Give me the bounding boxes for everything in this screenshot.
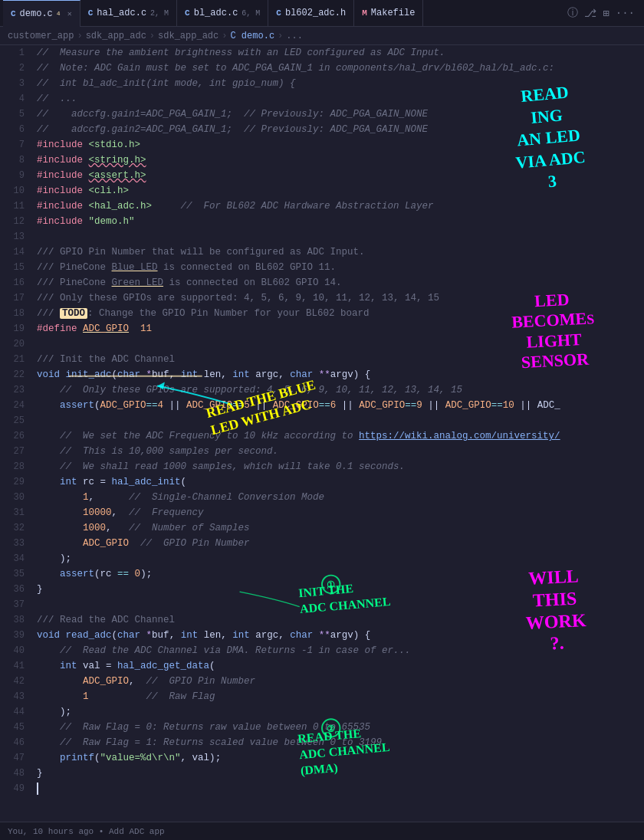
line-numbers: 123 456 789 101112 131415 161718 192021 … xyxy=(0,45,31,822)
code-editor: 123 456 789 101112 131415 161718 192021 … xyxy=(0,45,644,822)
more-icon[interactable]: ··· xyxy=(616,7,635,19)
code-line: /// Only these GPIOs are supported: 4, 5… xyxy=(31,290,644,306)
code-line: int val = hal_adc_get_data( xyxy=(31,658,644,674)
tab-bl-adc-c[interactable]: C bl_adc.c 6, M xyxy=(177,0,268,27)
code-content[interactable]: // Measure the ambient brightness with a… xyxy=(31,45,644,822)
code-line: void init_adc(char *buf, int len, int ar… xyxy=(31,367,644,382)
code-line: /// TODO: Change the GPIO Pin Number for… xyxy=(31,306,644,321)
code-line: // Raw Flag = 1: Returns scaled value be… xyxy=(31,735,644,750)
status-text: You, 10 hours ago • Add ADC app xyxy=(8,827,165,836)
code-line: #include <string.h> xyxy=(31,153,644,168)
close-icon[interactable]: ✕ xyxy=(67,9,72,18)
code-line: /// Init the ADC Channel xyxy=(31,352,644,367)
code-line: assert(rc == 0); xyxy=(31,566,644,582)
tab-label: demo.c xyxy=(20,8,53,19)
tab-makefile[interactable]: M Makefile xyxy=(354,0,423,27)
code-line xyxy=(31,229,644,244)
code-line: #include <assert.h> xyxy=(31,168,644,183)
code-line: } xyxy=(31,766,644,781)
tab-modified: 2, M xyxy=(150,9,169,18)
c-icon: C xyxy=(88,8,94,18)
tab-label: Makefile xyxy=(371,8,416,18)
code-line xyxy=(31,781,644,796)
code-line: #define ADC_GPIO 11 xyxy=(31,321,644,336)
code-line: #include <cli.h> xyxy=(31,183,644,199)
breadcrumb-part: sdk_app_adc xyxy=(158,31,219,41)
tab-bl602-adc-h[interactable]: C bl602_adc.h xyxy=(268,0,354,27)
code-line: void read_adc(char *buf, int len, int ar… xyxy=(31,628,644,643)
breadcrumb-part: ... xyxy=(286,31,303,41)
breadcrumb-part: sdk_app_adc xyxy=(86,31,146,41)
code-line: // ... xyxy=(31,91,644,107)
breadcrumb-sep: › xyxy=(222,31,227,41)
breadcrumb-sep: › xyxy=(77,31,82,41)
code-line: // We shall read 1000 samples, which wil… xyxy=(31,459,644,474)
code-line: ADC_GPIO // GPIO Pin Number xyxy=(31,536,644,551)
code-line: 10000, // Frequency xyxy=(31,505,644,520)
tab-label: hal_adc.c xyxy=(97,8,146,18)
breadcrumb-part: customer_app xyxy=(8,31,74,41)
toolbar-icons: ⓘ ⎇ ⊞ ··· xyxy=(567,6,641,20)
code-line: 1 // Raw Flag xyxy=(31,689,644,704)
code-line: 1, // Single-Channel Conversion Mode xyxy=(31,490,644,505)
code-line xyxy=(31,413,644,428)
tab-label: bl602_adc.h xyxy=(285,8,346,18)
code-line: // Note: ADC Gain must be set to ADC_PGA… xyxy=(31,61,644,76)
code-line: // Only these GPIOs are supported: 4, 5,… xyxy=(31,382,644,398)
code-line: printf("value=%d\r\n", val); xyxy=(31,750,644,766)
status-bar: You, 10 hours ago • Add ADC app xyxy=(0,822,644,840)
code-line: // adccfg.gain1=ADC_PGA_GAIN_1; // Previ… xyxy=(31,107,644,122)
tab-modified: 6, M xyxy=(242,9,260,18)
c-icon: C xyxy=(11,9,16,18)
split-icon[interactable]: ⊞ xyxy=(603,7,609,20)
code-line: // We set the ADC Frequency to 10 kHz ac… xyxy=(31,428,644,444)
code-line: // int bl_adc_init(int mode, int gpio_nu… xyxy=(31,76,644,91)
code-line: ); xyxy=(31,704,644,720)
tab-badge: 4 xyxy=(57,10,61,17)
tab-demo-c[interactable]: C demo.c 4 ✕ xyxy=(3,0,80,27)
code-line: 1000, // Number of Samples xyxy=(31,520,644,536)
c-icon: C xyxy=(276,8,281,18)
branch-icon[interactable]: ⎇ xyxy=(584,7,596,20)
code-line xyxy=(31,597,644,612)
tab-bar: C demo.c 4 ✕ C hal_adc.c 2, M C bl_adc.c… xyxy=(0,0,644,27)
code-line xyxy=(31,336,644,352)
code-line: // adccfg.gain2=ADC_PGA_GAIN_1; // Previ… xyxy=(31,122,644,137)
code-line: } xyxy=(31,582,644,597)
code-line: // Measure the ambient brightness with a… xyxy=(31,45,644,61)
breadcrumb-sep: › xyxy=(150,31,155,41)
code-line: ); xyxy=(31,551,644,566)
code-line: int rc = hal_adc_init( xyxy=(31,474,644,490)
code-line: ADC_GPIO, // GPIO Pin Number xyxy=(31,674,644,689)
code-line: assert(ADC_GPIO==4 || ADC_GPIO==5 || ADC… xyxy=(31,398,644,413)
c-icon: C xyxy=(185,8,190,18)
info-icon[interactable]: ⓘ xyxy=(567,6,578,20)
code-line: /// PineCone Green LED is connected on B… xyxy=(31,275,644,290)
code-line: /// PineCone Blue LED is connected on BL… xyxy=(31,260,644,275)
breadcrumb: customer_app › sdk_app_adc › sdk_app_adc… xyxy=(0,27,644,45)
code-line: #include <stdio.h> xyxy=(31,137,644,153)
code-line: /// Read the ADC Channel xyxy=(31,612,644,628)
code-line: // This is 10,000 samples per second. xyxy=(31,444,644,459)
code-line: // Raw Flag = 0: Returns raw value betwe… xyxy=(31,720,644,735)
breadcrumb-current: C demo.c xyxy=(230,31,274,41)
tab-hal-adc-c[interactable]: C hal_adc.c 2, M xyxy=(80,0,177,27)
code-line: #include "demo.h" xyxy=(31,214,644,229)
m-icon: M xyxy=(362,8,367,18)
code-line: /// GPIO Pin Number that will be configu… xyxy=(31,244,644,260)
code-line: #include <hal_adc.h> // For BL602 ADC Ha… xyxy=(31,199,644,214)
breadcrumb-sep: › xyxy=(278,31,283,41)
tab-label: bl_adc.c xyxy=(194,8,238,18)
code-line: // Read the ADC Channel via DMA. Returns… xyxy=(31,643,644,658)
